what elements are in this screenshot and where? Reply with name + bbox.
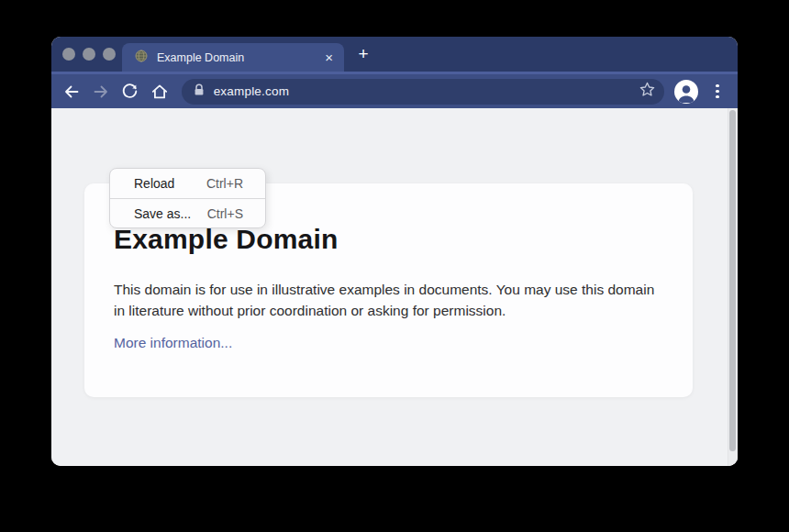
bookmark-star-button[interactable] — [639, 81, 656, 102]
star-icon — [639, 81, 656, 98]
context-menu-item-save-as[interactable]: Save as... Ctrl+S — [110, 198, 265, 227]
favicon-globe-icon — [135, 50, 148, 66]
address-bar[interactable]: example.com — [182, 79, 664, 105]
menu-dot-icon — [716, 84, 719, 88]
more-information-link[interactable]: More information... — [114, 335, 232, 351]
menu-dot-icon — [716, 90, 719, 94]
new-tab-button[interactable]: + — [353, 44, 373, 64]
back-button[interactable] — [57, 77, 86, 106]
maximize-window-button[interactable] — [103, 48, 116, 61]
page-title: Example Domain — [114, 224, 661, 255]
context-menu: Reload Ctrl+R Save as... Ctrl+S — [109, 168, 266, 228]
tab-example-domain[interactable]: Example Domain × — [122, 43, 344, 72]
browser-menu-button[interactable] — [706, 81, 728, 103]
titlebar: Example Domain × + — [51, 37, 738, 72]
context-menu-item-reload[interactable]: Reload Ctrl+R — [110, 169, 265, 198]
back-arrow-icon — [62, 83, 81, 101]
home-button[interactable] — [145, 77, 174, 106]
tab-close-icon[interactable]: × — [325, 50, 333, 64]
url-text: example.com — [214, 84, 289, 98]
toolbar: example.com — [51, 72, 738, 108]
menu-item-shortcut: Ctrl+R — [206, 176, 243, 191]
forward-arrow-icon — [92, 83, 110, 101]
tab-title: Example Domain — [157, 51, 325, 64]
reload-icon — [121, 83, 139, 100]
menu-dot-icon — [716, 95, 719, 99]
menu-item-label: Reload — [134, 176, 174, 191]
home-icon — [150, 83, 169, 101]
reload-button[interactable] — [116, 77, 145, 106]
traffic-lights — [62, 48, 116, 61]
menu-item-label: Save as... — [134, 206, 191, 221]
menu-item-shortcut: Ctrl+S — [207, 206, 243, 221]
forward-button[interactable] — [86, 77, 116, 106]
page-viewport: Example Domain This domain is for use in… — [51, 108, 738, 466]
minimize-window-button[interactable] — [83, 48, 95, 61]
avatar-person-icon — [674, 80, 698, 104]
vertical-scrollbar[interactable] — [728, 108, 738, 466]
scrollbar-thumb[interactable] — [729, 110, 736, 451]
page-paragraph: This domain is for use in illustrative e… — [114, 279, 657, 321]
profile-avatar-button[interactable] — [674, 80, 698, 104]
lock-icon — [194, 83, 205, 100]
close-window-button[interactable] — [62, 48, 75, 61]
browser-window: Example Domain × + — [51, 37, 738, 466]
